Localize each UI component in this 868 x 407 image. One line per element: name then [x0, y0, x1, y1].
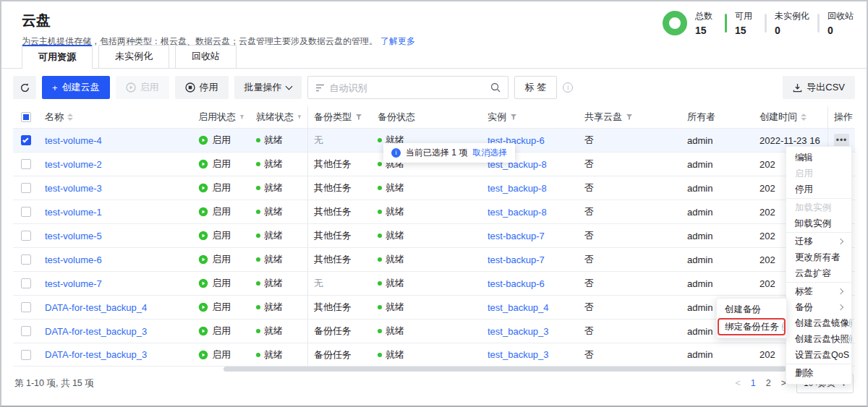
enabled-icon: [198, 159, 208, 169]
row-checkbox[interactable]: [21, 302, 31, 312]
search-box[interactable]: [307, 76, 509, 99]
tab-recycle-bin[interactable]: 回收站: [175, 45, 237, 68]
menu-item-edit[interactable]: 编辑: [786, 150, 851, 166]
sort-icon[interactable]: [801, 113, 807, 121]
search-icon[interactable]: [490, 82, 501, 93]
col-shared-disk: 共享云盘: [579, 111, 681, 124]
menu-item-disable[interactable]: 停用: [786, 181, 851, 197]
horizontal-scrollbar[interactable]: [224, 367, 786, 372]
row-checkbox[interactable]: [21, 159, 31, 169]
deselect-link[interactable]: 取消选择: [472, 147, 507, 159]
col-actions: 操作: [827, 106, 855, 128]
select-all-checkbox[interactable]: [21, 112, 31, 122]
instance-link[interactable]: test_backup-8: [488, 183, 547, 194]
table-row: test-volume-1 启用 就绪 其他任务 就绪 test_backup-…: [13, 200, 855, 223]
menu-item-set-disk-qos[interactable]: 设置云盘QoS: [786, 347, 851, 363]
enabled-icon: [198, 302, 208, 312]
selection-tooltip: i 当前已选择 1 项 取消选择: [383, 143, 515, 163]
disk-name-link[interactable]: test-volume-4: [45, 135, 102, 146]
menu-item-migrate[interactable]: 迁移: [786, 234, 851, 249]
stats-summary: 总数 15 可用 15 未实例化 0 回收站 0: [663, 10, 854, 36]
create-disk-button[interactable]: +创建云盘: [42, 76, 110, 99]
disk-name-link[interactable]: test-volume-5: [45, 231, 102, 241]
status-dot: [256, 353, 260, 357]
submenu-arrow-icon: [838, 239, 843, 244]
filter-icon[interactable]: [626, 113, 633, 121]
page-header: 云盘 为云主机提供存储，包括两种类型：根云盘、数据云盘；云盘管理主要涉及数据云盘…: [1, 1, 867, 45]
refresh-icon: [20, 82, 30, 93]
tab-available-resources[interactable]: 可用资源: [22, 45, 93, 69]
instance-link[interactable]: test-backup-6: [488, 278, 545, 289]
instance-link[interactable]: test_backup_3: [488, 349, 549, 360]
prev-page-button[interactable]: <: [735, 378, 740, 388]
menu-item-detach-instance[interactable]: 卸载实例: [786, 215, 851, 231]
filter-icon[interactable]: [239, 113, 244, 121]
stat-divider-green: [725, 14, 727, 33]
status-dot: [256, 329, 260, 333]
row-checkbox[interactable]: [21, 183, 31, 193]
menu-item-backup[interactable]: 备份: [786, 299, 851, 315]
enabled-icon: [198, 207, 208, 217]
enable-button[interactable]: 启用: [116, 76, 169, 99]
row-checkbox[interactable]: [21, 326, 31, 336]
menu-item-attach-instance[interactable]: 加载实例: [786, 200, 851, 215]
backup-submenu: 创建备份 绑定备份任务 i: [716, 298, 787, 338]
disk-name-link[interactable]: DATA-for-test_backup_3: [45, 326, 147, 337]
disk-name-link[interactable]: test-volume-1: [45, 207, 102, 218]
col-instance: 实例: [482, 111, 579, 124]
status-dot: [378, 210, 382, 214]
row-checkbox[interactable]: [21, 135, 31, 145]
filter-icon[interactable]: [510, 113, 517, 121]
row-checkbox[interactable]: [21, 231, 31, 241]
row-checkbox[interactable]: [21, 278, 31, 288]
instance-link[interactable]: test_backup-8: [488, 207, 547, 218]
learn-more-link[interactable]: 了解更多: [380, 36, 415, 46]
instance-link[interactable]: test-backup-7: [488, 231, 545, 241]
tab-uninstantiated[interactable]: 未实例化: [98, 45, 169, 68]
filter-icon[interactable]: [297, 113, 302, 121]
export-csv-button[interactable]: 导出CSV: [783, 76, 855, 99]
menu-item-tag[interactable]: 标签: [786, 283, 851, 299]
menu-divider: [786, 282, 851, 283]
instance-link[interactable]: test_backup_4: [488, 302, 549, 313]
info-icon: i: [782, 322, 785, 331]
page-1-button[interactable]: 1: [751, 378, 756, 388]
row-checkbox[interactable]: [21, 207, 31, 217]
page-2-button[interactable]: 2: [766, 378, 771, 388]
col-ready-status: 就绪状态: [250, 106, 308, 128]
disk-name-link[interactable]: test-volume-7: [45, 278, 102, 289]
menu-item-expand-disk[interactable]: 云盘扩容: [786, 265, 851, 281]
row-checkbox[interactable]: [21, 254, 31, 265]
instance-link[interactable]: test-backup-7: [488, 254, 545, 265]
sort-icon[interactable]: [67, 113, 73, 121]
menu-item-delete[interactable]: 删除: [786, 365, 851, 381]
status-dot: [256, 186, 260, 190]
disk-name-link[interactable]: test-volume-2: [45, 159, 102, 170]
disable-button[interactable]: 停用: [175, 76, 229, 99]
row-checkbox[interactable]: [21, 350, 31, 360]
table-row: DATA-for-test_backup_3 启用 就绪 备份任务 就绪 tes…: [13, 343, 855, 367]
refresh-button[interactable]: [13, 76, 36, 99]
disk-name-link[interactable]: test-volume-6: [45, 254, 102, 265]
search-input[interactable]: [330, 82, 485, 93]
header-checkbox-cell: [13, 112, 39, 122]
menu-item-create-disk-image[interactable]: 创建云盘镜像i: [786, 315, 851, 331]
disk-name-link[interactable]: DATA-for-test_backup_3: [45, 349, 147, 360]
table-row: test-volume-6 启用 就绪 其他任务 就绪 test-backup-…: [13, 247, 855, 271]
filter-icon[interactable]: [355, 113, 362, 121]
submenu-item-bind-backup-job[interactable]: 绑定备份任务 i: [717, 318, 786, 335]
status-dot: [256, 162, 260, 166]
disk-name-link[interactable]: test-volume-3: [45, 183, 102, 194]
table-row: test-volume-3 启用 就绪 其他任务 就绪 test_backup-…: [13, 176, 855, 200]
menu-item-create-disk-snapshot[interactable]: 创建云盘快照i: [786, 331, 851, 347]
disk-name-link[interactable]: DATA-for-test_backup_4: [45, 302, 147, 313]
submenu-item-create-backup[interactable]: 创建备份: [717, 301, 786, 318]
menu-item-enable[interactable]: 启用: [786, 166, 851, 181]
row-actions-button[interactable]: •••: [834, 134, 849, 147]
tag-button[interactable]: 标 签: [514, 76, 558, 99]
menu-item-change-owner[interactable]: 更改所有者: [786, 249, 851, 265]
batch-actions-button[interactable]: 批量操作: [234, 76, 302, 99]
instance-link[interactable]: test_backup_3: [488, 326, 549, 337]
stat-recycle: 回收站 0: [827, 10, 854, 36]
status-dot: [256, 234, 260, 238]
